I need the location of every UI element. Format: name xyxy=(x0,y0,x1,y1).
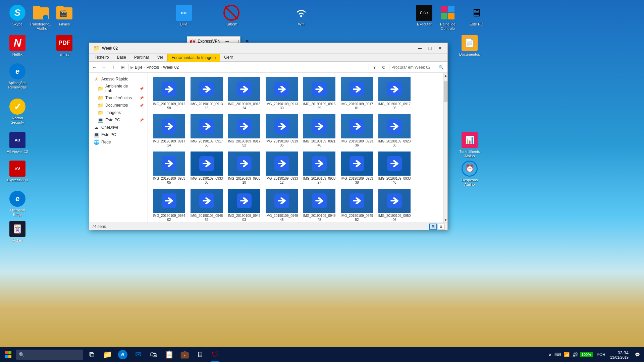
desktop-icon-poker[interactable]: 🃏 Poker xyxy=(4,220,31,244)
file-item[interactable]: IMG_20190109_092338 xyxy=(376,113,413,149)
desktop-icon-filmes[interactable]: 🎬 Filmes xyxy=(51,3,78,28)
file-item[interactable]: IMG_20190109_093312 xyxy=(263,150,300,186)
taskbar-edge[interactable]: e xyxy=(115,347,130,362)
file-item[interactable]: IMG_20190109_091330 xyxy=(263,75,300,112)
refresh-button[interactable]: ↻ xyxy=(380,63,388,71)
tab-ver[interactable]: Ver xyxy=(153,54,167,61)
recent-button[interactable]: ⊞ xyxy=(119,63,127,71)
desktop-icon-expressvpn[interactable]: eV ExpressVPN xyxy=(4,159,31,184)
file-item[interactable]: IMG_20190109_095006 xyxy=(376,187,413,223)
file-item[interactable]: IMG_20190109_091935 xyxy=(263,113,300,149)
tray-sound-icon[interactable]: 🔊 xyxy=(572,351,579,358)
tab-ferramentas[interactable]: Ferramentas de Imagem xyxy=(167,54,220,62)
path-bijie[interactable]: Bijie xyxy=(135,65,143,70)
path-photos[interactable]: Photos xyxy=(147,65,159,70)
sidebar-item-onedrive[interactable]: ☁ OneDrive xyxy=(89,124,148,131)
path-week02[interactable]: Week 02 xyxy=(163,65,179,70)
taskbar-app1[interactable]: 📋 xyxy=(162,347,176,362)
file-item[interactable]: IMG_20190109_093402 xyxy=(151,187,187,223)
desktop-icon-bijie[interactable]: »» Bijie xyxy=(170,3,197,28)
file-item[interactable]: IMG_20190109_094903 xyxy=(226,187,263,223)
desktop-icon-norton[interactable]: ✓ NortonSecurity xyxy=(4,97,31,126)
desktop-icon-transfer[interactable]: → Transferênc...- Atalho xyxy=(28,3,54,32)
tray-keyboard-icon[interactable]: ⌨ xyxy=(554,351,562,358)
file-item[interactable]: IMG_20190109_093340 xyxy=(376,150,413,186)
search-input[interactable] xyxy=(391,65,438,70)
sidebar-item-estepc2[interactable]: 💻 Este PC xyxy=(89,131,148,138)
taskbar-antivirus[interactable]: 🛡 xyxy=(208,347,223,362)
file-item[interactable]: IMG_20190109_092336 xyxy=(338,113,375,149)
start-button[interactable] xyxy=(0,347,16,362)
desktop-icon-smay[interactable]: PDF sm ay xyxy=(51,34,78,58)
scroll-down-button[interactable]: ▼ xyxy=(444,217,447,223)
file-item[interactable]: IMG_20190109_091659 xyxy=(301,75,338,112)
file-item[interactable]: IMG_20190109_091701 xyxy=(338,75,375,112)
file-item[interactable]: IMG_20190109_094948 xyxy=(301,187,338,223)
file-item[interactable]: IMG_20190109_091752 xyxy=(226,113,263,149)
view-large-icons-button[interactable]: ⊞ xyxy=(429,224,437,230)
search-box[interactable]: 🔍 xyxy=(389,64,446,71)
taskbar-app3[interactable]: 🖥 xyxy=(193,347,207,362)
close-button[interactable]: ✕ xyxy=(435,45,445,52)
taskbar-app2[interactable]: 💼 xyxy=(177,347,192,362)
file-item[interactable]: IMG_20190109_092146 xyxy=(301,113,338,149)
desktop-icon-estepc[interactable]: 🖥 Este PC xyxy=(463,3,490,28)
sidebar-item-ambiente[interactable]: 📁 Ambiente de trab... 📌 xyxy=(89,83,148,94)
file-item[interactable]: IMG_20190109_093305 xyxy=(151,150,187,186)
back-button[interactable]: ← xyxy=(91,63,99,71)
desktop-icon-painel[interactable]: Painel deControlo xyxy=(434,3,461,32)
file-item[interactable]: IMG_20190109_091324 xyxy=(226,75,263,112)
file-item[interactable]: IMG_20190109_091750 xyxy=(188,113,225,149)
maximize-button[interactable]: □ xyxy=(425,45,435,52)
desktop-icon-timesheets[interactable]: 📊 Time SheetsAtalho xyxy=(456,131,483,160)
file-item[interactable]: IMG_20190109_093308 xyxy=(188,150,225,186)
tab-partilhar[interactable]: Partilhar xyxy=(130,54,153,61)
taskbar-store[interactable]: 🛍 xyxy=(146,347,161,362)
taskbar-search-box[interactable]: 🔍 xyxy=(16,350,83,360)
taskbar-outlook[interactable]: ✉ xyxy=(131,347,146,362)
forward-button[interactable]: → xyxy=(100,63,108,71)
file-item[interactable]: IMG_20190109_094945 xyxy=(263,187,300,223)
sidebar-item-imagens[interactable]: 📁 Imagens xyxy=(89,109,148,116)
desktop-icon-msedge[interactable]: e MicrosoftEdge xyxy=(4,189,31,218)
file-item[interactable]: IMG_20190109_091714 xyxy=(151,113,187,149)
file-item[interactable]: IMG_20190109_093310 xyxy=(226,150,263,186)
desktop-icon-skype[interactable]: Skype xyxy=(4,3,31,28)
desktop-icon-apps-removidas[interactable]: e AplicaçõesRemovidas xyxy=(4,62,31,91)
file-item[interactable]: IMG_20190109_091706 xyxy=(376,75,413,112)
file-item[interactable]: IMG_20190109_091258 xyxy=(151,75,187,112)
desktop-icon-wifi[interactable]: Wifi xyxy=(288,3,315,28)
desktop-icon-netflix[interactable]: Netflix xyxy=(4,34,31,58)
file-item[interactable]: IMG_20190109_094952 xyxy=(338,187,375,223)
file-item[interactable]: IMG_20190109_094859 xyxy=(188,187,225,223)
scroll-thumb[interactable] xyxy=(444,81,447,102)
sidebar-item-quick-access[interactable]: ★ Acesso Rápido xyxy=(89,75,148,83)
desktop-icon-despesas[interactable]: ⏰ DespesasAtalho xyxy=(456,159,483,188)
sidebar-item-documentos[interactable]: 📁 Documentos 📌 xyxy=(89,102,148,109)
address-dropdown-button[interactable]: ▾ xyxy=(370,63,378,71)
sidebar-item-rede[interactable]: 🌐 Rede xyxy=(89,138,148,146)
sidebar-item-transferencias[interactable]: 📁 Transferências 📌 xyxy=(89,94,148,102)
file-item[interactable]: IMG_20190109_093327 xyxy=(301,150,338,186)
address-path[interactable]: ▶ Bijie › Photos › Week 02 xyxy=(128,64,369,71)
minimize-button[interactable]: ─ xyxy=(415,45,425,52)
tab-ficheiro[interactable]: Ficheiro xyxy=(91,54,113,61)
tray-network-icon[interactable]: 📶 xyxy=(563,351,570,358)
tray-arrow-icon[interactable]: ∧ xyxy=(548,351,552,358)
scrollbar[interactable]: ▲ ▼ xyxy=(443,73,447,223)
tray-battery[interactable]: 100% xyxy=(580,352,593,357)
desktop-icon-abviewer[interactable]: AB ABViewer 12 xyxy=(4,131,31,155)
up-button[interactable]: ↑ xyxy=(109,63,117,71)
desktop-icon-executar[interactable]: C:\> Executar xyxy=(411,3,438,28)
taskbar-clock[interactable]: 03:34 13/01/2019 xyxy=(607,350,631,359)
desktop-icon-documentos[interactable]: 📄 Documentos xyxy=(456,34,483,58)
scroll-up-button[interactable]: ▲ xyxy=(444,73,447,78)
desktop-icon-kabom[interactable]: Kabom xyxy=(218,3,245,28)
sidebar-item-estepc1[interactable]: 💻 Este PC 📌 xyxy=(89,116,148,124)
file-item[interactable]: IMG_20190109_091316 xyxy=(188,75,225,112)
file-item[interactable]: IMG_20190109_093338 xyxy=(338,150,375,186)
taskbar-explorer[interactable]: 📁 xyxy=(100,347,115,362)
view-list-button[interactable]: ≡ xyxy=(437,224,445,230)
notification-button[interactable]: 💬 xyxy=(632,347,643,362)
tab-base[interactable]: Base xyxy=(113,54,130,61)
